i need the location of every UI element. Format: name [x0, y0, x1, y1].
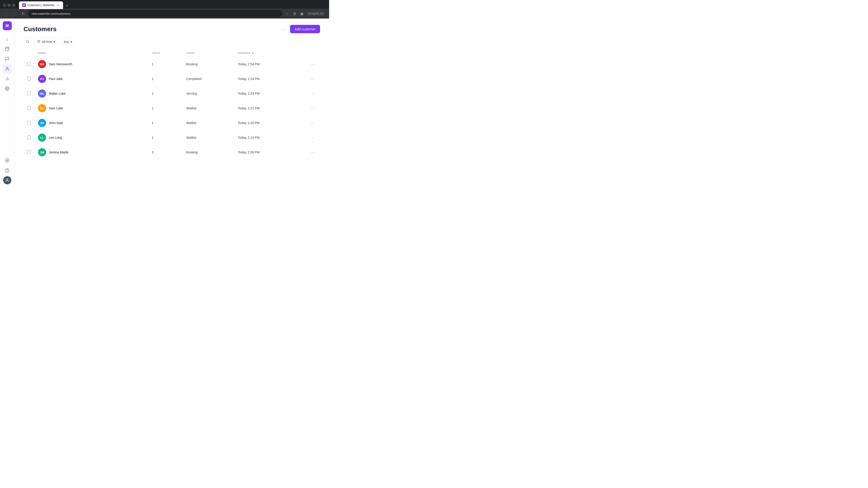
- row-more-button[interactable]: ⋯: [309, 75, 316, 82]
- settings-icon: [5, 86, 9, 92]
- reload-button[interactable]: ↻: [20, 10, 26, 17]
- table-row[interactable]: PJ Paul Jake 1 Completed Today, 2:24 PM …: [24, 72, 320, 86]
- customer-avatar: JM: [38, 148, 46, 156]
- header-actions: ⋯ Add customer: [279, 25, 320, 33]
- row-state-cell: Serving: [183, 86, 234, 101]
- customer-name: Walter Luke: [49, 92, 66, 95]
- any-filter-label: Any: [64, 40, 69, 43]
- row-actions-cell: ⋯: [303, 145, 320, 160]
- split-view-button[interactable]: ▣: [299, 10, 305, 17]
- row-visits-cell: 1: [148, 72, 182, 86]
- svg-rect-16: [38, 40, 40, 43]
- actions-column-header: [303, 50, 320, 57]
- row-checkbox[interactable]: [27, 150, 31, 154]
- row-checkbox[interactable]: [27, 62, 31, 66]
- row-more-button[interactable]: ⋯: [309, 149, 316, 156]
- calendar-icon: [5, 46, 9, 52]
- row-checkbox-cell: [24, 72, 34, 86]
- more-options-button[interactable]: ⋯: [279, 25, 287, 33]
- table-body: SH Sam Hemsworth 1 Booking Today, 2:54 P…: [24, 57, 320, 160]
- customer-avatar: PJ: [38, 75, 46, 83]
- any-filter-dropdown[interactable]: Any ▾: [61, 38, 75, 46]
- time-filter-dropdown[interactable]: All time ▾: [34, 38, 58, 46]
- row-checkbox[interactable]: [27, 106, 31, 110]
- svg-rect-0: [5, 47, 9, 51]
- sidebar-logo[interactable]: M: [3, 21, 12, 30]
- user-avatar[interactable]: [3, 176, 11, 184]
- chat-icon: [5, 57, 9, 62]
- sidebar: M ⌂: [0, 19, 14, 187]
- table-row[interactable]: WL Walter Luke 1 Serving Today, 2:24 PM …: [24, 86, 320, 101]
- page-header: Customers ⋯ Add customer: [24, 19, 320, 38]
- table-row[interactable]: SL Sam Luke 1 Waitlist Today, 2:22 PM ⋯: [24, 101, 320, 116]
- sidebar-item-chat[interactable]: [3, 55, 12, 64]
- row-state-cell: Booking: [183, 57, 234, 72]
- table-row[interactable]: JM Jemina Madie 3 Booking Today, 2:06 PM…: [24, 145, 320, 160]
- svg-point-8: [6, 88, 8, 89]
- time-filter-label: All time: [42, 40, 52, 43]
- sort-icon: ⇅: [252, 52, 254, 55]
- table-row[interactable]: SH Sam Hemsworth 1 Booking Today, 2:54 P…: [24, 57, 320, 72]
- sidebar-item-help[interactable]: [3, 166, 12, 175]
- sidebar-item-integrations[interactable]: [3, 156, 12, 165]
- row-name-cell: SH Sam Hemsworth: [34, 57, 148, 72]
- row-checkbox[interactable]: [27, 92, 31, 95]
- tab-bar: M Customers | Waitwhile ✕ +: [17, 1, 72, 9]
- table-header-row: NAME VISITS STATE UPDATED ⇅: [24, 50, 320, 57]
- sidebar-item-settings[interactable]: [3, 85, 12, 94]
- row-actions-cell: ⋯: [303, 72, 320, 86]
- row-state-cell: Waitlist: [183, 116, 234, 130]
- extensions-button[interactable]: ⊞: [291, 10, 298, 17]
- new-tab-button[interactable]: +: [64, 3, 70, 9]
- customer-avatar: SH: [38, 60, 46, 68]
- row-visits-cell: 1: [148, 130, 182, 145]
- row-visits-cell: 1: [148, 57, 182, 72]
- bookmark-button[interactable]: ☆: [284, 10, 290, 17]
- row-more-button[interactable]: ⋯: [309, 90, 316, 97]
- back-button[interactable]: ←: [4, 10, 10, 17]
- active-tab[interactable]: M Customers | Waitwhile ✕: [19, 1, 63, 9]
- sidebar-item-calendar[interactable]: [3, 45, 12, 54]
- row-more-button[interactable]: ⋯: [309, 105, 316, 111]
- app-container: M ⌂: [0, 19, 329, 187]
- row-actions-cell: ⋯: [303, 116, 320, 130]
- row-more-button[interactable]: ⋯: [309, 61, 316, 68]
- customer-name: Lee Long: [49, 136, 62, 139]
- close-window-button[interactable]: ✕: [12, 3, 16, 7]
- sidebar-item-home[interactable]: ⌂: [3, 35, 12, 44]
- sidebar-item-customers[interactable]: [3, 65, 12, 74]
- row-checkbox-cell: [24, 145, 34, 160]
- row-more-button[interactable]: ⋯: [309, 134, 316, 141]
- incognito-badge[interactable]: Incognito (2): [306, 11, 326, 16]
- browser-chrome: — ⊡ ✕ M Customers | Waitwhile ✕ + ← → ↻ …: [0, 0, 329, 19]
- row-more-button[interactable]: ⋯: [309, 120, 316, 126]
- row-updated-cell: Today, 2:20 PM: [234, 116, 303, 130]
- minimize-button[interactable]: —: [3, 3, 6, 7]
- row-updated-cell: Today, 2:22 PM: [234, 101, 303, 116]
- window-controls: — ⊡ ✕: [3, 3, 16, 7]
- browser-titlebar: — ⊡ ✕ M Customers | Waitwhile ✕ +: [0, 0, 329, 8]
- address-bar[interactable]: new.waitwhile.com/customers: [28, 10, 282, 17]
- row-checkbox-cell: [24, 101, 34, 116]
- row-visits-cell: 1: [148, 101, 182, 116]
- analytics-icon: [5, 76, 9, 82]
- forward-button[interactable]: →: [12, 10, 18, 17]
- row-checkbox-cell: [24, 86, 34, 101]
- customer-name: Sam Luke: [49, 106, 63, 110]
- close-tab-button[interactable]: ✕: [56, 3, 60, 7]
- sidebar-item-analytics[interactable]: [3, 74, 12, 84]
- maximize-button[interactable]: ⊡: [7, 3, 11, 7]
- updated-column-header[interactable]: UPDATED ⇅: [234, 50, 303, 57]
- add-customer-button[interactable]: Add customer: [290, 25, 320, 33]
- row-checkbox-cell: [24, 130, 34, 145]
- row-checkbox[interactable]: [27, 121, 31, 125]
- row-checkbox[interactable]: [27, 77, 31, 80]
- svg-point-4: [6, 67, 8, 68]
- table-row[interactable]: JD John Dale 1 Waitlist Today, 2:20 PM ⋯: [24, 116, 320, 130]
- home-icon: ⌂: [6, 37, 8, 42]
- search-button[interactable]: [24, 38, 32, 46]
- table-row[interactable]: LL Lee Long 1 Waitlist Today, 2:19 PM ⋯: [24, 130, 320, 145]
- row-name-cell: JM Jemina Madie: [34, 145, 148, 160]
- svg-point-9: [5, 158, 9, 162]
- row-checkbox[interactable]: [27, 135, 31, 139]
